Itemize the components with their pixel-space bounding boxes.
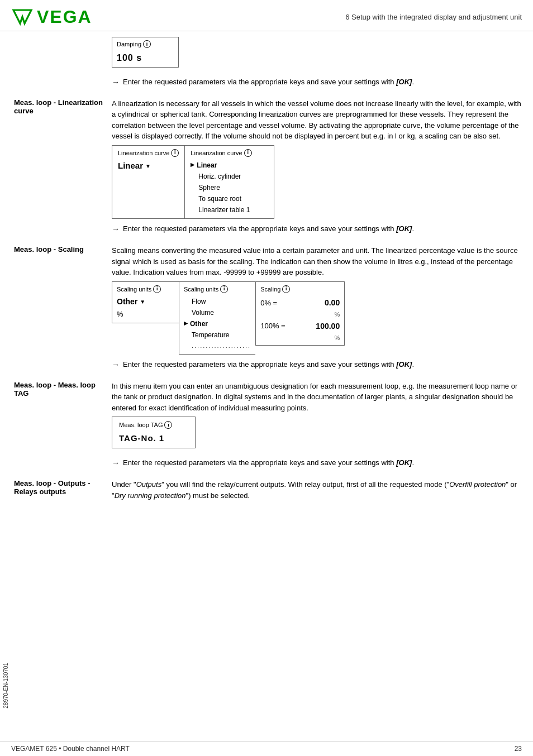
linearization-dropdown[interactable]: Linear ▼	[118, 160, 179, 173]
svg-marker-0	[13, 10, 31, 23]
menu-item-linearizer-table[interactable]: Linearizer table 1	[191, 204, 268, 216]
damping-enter-text: Enter the requested parameters via the a…	[123, 76, 414, 88]
scaling-section: Meas. loop - Scaling Scaling means conve…	[6, 245, 522, 371]
linearization-description: A linearization is necessary for all ves…	[112, 98, 522, 142]
scaling-row2-value: 100.00	[316, 320, 340, 332]
scaling-menu-flow[interactable]: Flow	[184, 296, 251, 307]
linearization-label: Meas. loop - Linearization curve	[6, 98, 112, 115]
logo-area: VEGA	[11, 6, 92, 28]
menu-triangle-icon: ▶	[191, 161, 194, 169]
scaling-box-right-title: Scaling i	[260, 285, 340, 294]
scaling-dropdown-left[interactable]: Other ▼	[117, 296, 174, 308]
logo-text: VEGA	[37, 7, 92, 27]
scaling-menu-triangle-icon: ▶	[184, 320, 188, 328]
outputs-body: Under "Outputs" you will find the relay/…	[112, 479, 522, 504]
meas-loop-tag-enter-text: Enter the requested parameters via the a…	[123, 457, 414, 468]
meas-loop-tag-arrow-icon: →	[112, 457, 120, 469]
damping-section: Damping i 100 s → Enter the requested pa…	[6, 37, 522, 88]
linearization-box-left: Linearization curve i Linear ▼	[112, 145, 185, 219]
linearization-box-right-title: Linearization curve i	[191, 149, 268, 158]
outputs-section: Meas. loop - Outputs - Relays outputs Un…	[6, 479, 522, 504]
linearization-section: Meas. loop - Linearization curve A linea…	[6, 98, 522, 236]
menu-item-square-root[interactable]: To square root	[191, 193, 268, 204]
scaling-box-mid: Scaling units i Flow Volume	[179, 281, 255, 355]
scaling-row1-label: 0% =	[260, 298, 277, 309]
scaling-info-icon-right: i	[282, 285, 290, 293]
scaling-mid-menu: Flow Volume ▶ Other	[184, 296, 251, 351]
footer-left: VEGAMET 625 • Double channel HART	[11, 745, 130, 753]
menu-item-linear[interactable]: ▶ Linear	[191, 160, 268, 171]
scaling-menu-volume[interactable]: Volume	[184, 307, 251, 318]
outputs-italic3: Dry running protection	[115, 491, 186, 500]
scaling-dropdown-left-value: Other	[117, 296, 137, 308]
damping-body: Damping i 100 s → Enter the requested pa…	[112, 37, 522, 88]
meas-loop-tag-section: Meas. loop - Meas. loop TAG In this menu…	[6, 381, 522, 470]
linearization-body: A linearization is necessary for all ves…	[112, 98, 522, 236]
main-content: Damping i 100 s → Enter the requested pa…	[0, 31, 533, 741]
outputs-italic1: Outputs	[136, 480, 162, 489]
damping-box-value: 100 s	[117, 51, 174, 65]
linearization-menu: ▶ Linear Horiz. cylinder Sphere	[191, 160, 268, 216]
linearization-curve-boxes: Linearization curve i Linear ▼ Lineariza…	[112, 145, 522, 219]
linearization-box-right: Linearization curve i ▶ Linear	[185, 145, 274, 219]
scaling-row2: 100% = 100.00	[260, 319, 340, 333]
scaling-info-icon-mid: i	[220, 285, 228, 293]
scaling-menu-temperature[interactable]: Temperature	[184, 329, 251, 341]
scaling-body: Scaling means converting the measured va…	[112, 245, 522, 371]
meas-loop-tag-enter-line: → Enter the requested parameters via the…	[112, 457, 522, 469]
meas-loop-tag-info-icon: i	[164, 421, 172, 429]
damping-info-icon: i	[143, 40, 151, 48]
scaling-enter-line: → Enter the requested parameters via the…	[112, 359, 522, 371]
page-footer: VEGAMET 625 • Double channel HART 23	[0, 741, 533, 756]
margin-label: 28970-EN-130701	[0, 660, 12, 711]
menu-item-horiz-cylinder[interactable]: Horiz. cylinder	[191, 171, 268, 182]
scaling-row1-value: 0.00	[325, 297, 340, 309]
scaling-box-left-unit: %	[117, 309, 174, 320]
damping-box: Damping i 100 s	[112, 37, 179, 68]
scaling-enter-text: Enter the requested parameters via the a…	[123, 359, 414, 370]
scaling-box-left: Scaling units i Other ▼ %	[112, 281, 179, 323]
meas-loop-tag-value: TAG-No. 1	[119, 432, 188, 445]
linearization-dropdown-value: Linear	[118, 160, 143, 173]
scaling-menu-dots: .....................	[184, 341, 251, 351]
meas-loop-tag-box: Meas. loop TAG i TAG-No. 1	[112, 417, 196, 448]
meas-loop-tag-label: Meas. loop - Meas. loop TAG	[6, 381, 112, 398]
scaling-box-right: Scaling i 0% = 0.00 % 100% =	[255, 281, 345, 346]
linearization-arrow-icon: →	[112, 223, 120, 235]
linearization-enter-text: Enter the requested parameters via the a…	[123, 223, 414, 235]
linearization-info-icon-right: i	[244, 149, 252, 157]
scaling-row2-label: 100% =	[260, 320, 285, 332]
linearization-info-icon-left: i	[171, 149, 179, 157]
header-title: 6 Setup with the integrated display and …	[345, 13, 522, 21]
outputs-description: Under "Outputs" you will find the relay/…	[112, 479, 522, 501]
vega-logo-icon	[11, 6, 34, 28]
scaling-dropdown-left-arrow-icon: ▼	[140, 298, 145, 306]
linearization-enter-line: → Enter the requested parameters via the…	[112, 223, 522, 235]
scaling-box-mid-title: Scaling units i	[184, 285, 251, 294]
meas-loop-tag-description: In this menu item you can enter an unamb…	[112, 381, 522, 414]
meas-loop-tag-box-title: Meas. loop TAG i	[119, 420, 188, 430]
footer-right: 23	[515, 745, 522, 753]
damping-box-title: Damping i	[117, 40, 174, 49]
linearization-box-left-title: Linearization curve i	[118, 149, 179, 158]
scaling-description: Scaling means converting the measured va…	[112, 245, 522, 278]
scaling-arrow-icon: →	[112, 359, 120, 371]
scaling-row1: 0% = 0.00	[260, 296, 340, 310]
scaling-row1-unit: %	[260, 310, 340, 319]
damping-enter-line: → Enter the requested parameters via the…	[112, 76, 522, 88]
scaling-row2-unit: %	[260, 333, 340, 343]
outputs-label: Meas. loop - Outputs - Relays outputs	[6, 479, 112, 496]
scaling-boxes-row: Scaling units i Other ▼ %	[112, 281, 522, 355]
page-header: VEGA 6 Setup with the integrated display…	[0, 0, 533, 31]
scaling-menu-other[interactable]: ▶ Other	[184, 318, 251, 329]
linearization-dropdown-arrow-icon: ▼	[145, 162, 151, 170]
outputs-italic2: Overfill protection	[449, 480, 506, 489]
damping-arrow-icon: →	[112, 76, 120, 88]
menu-item-sphere[interactable]: Sphere	[191, 182, 268, 193]
scaling-box-left-title: Scaling units i	[117, 285, 174, 294]
scaling-info-icon-left: i	[153, 285, 161, 293]
meas-loop-tag-body: In this menu item you can enter an unamb…	[112, 381, 522, 470]
scaling-label: Meas. loop - Scaling	[6, 245, 112, 253]
